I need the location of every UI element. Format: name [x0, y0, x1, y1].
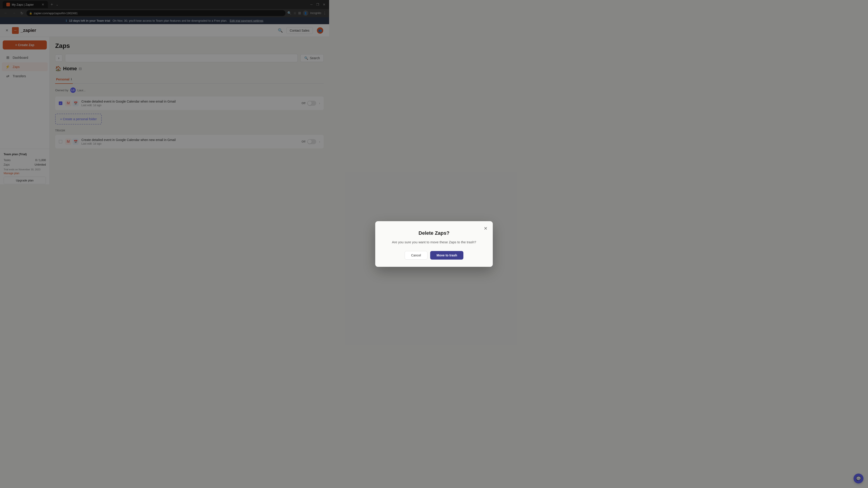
modal-overlay: ✕ Delete Zaps? Are you sure you want to … — [0, 0, 329, 184]
